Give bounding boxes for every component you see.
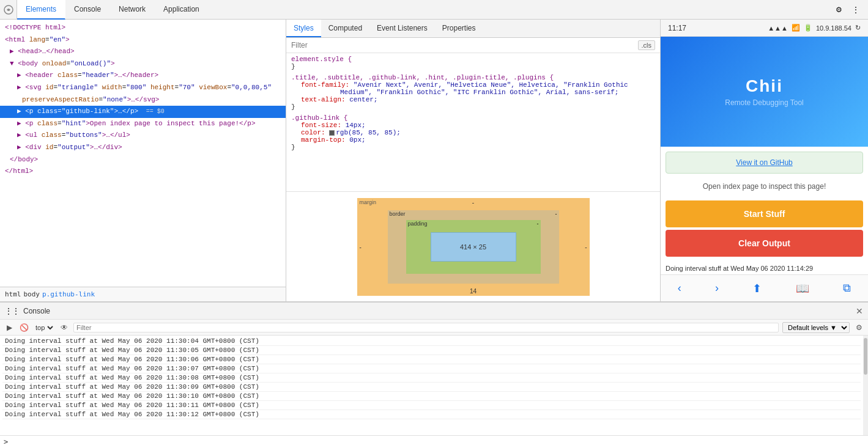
tab-event-listeners[interactable]: Event Listeners [369,20,435,37]
devtools-toolbar: Elements Console Network Application ⚙ ⋮ [0,0,868,20]
box-model: margin - 14 - - border - padding - 414 ×… [286,191,660,301]
console-gear-icon[interactable]: ⚙ [853,322,864,333]
battery-icon: 🔋 [804,24,812,32]
nav-forward-icon[interactable]: › [715,282,719,295]
color-swatch [329,130,335,136]
status-time: 11:17 [668,24,686,32]
elements-tree[interactable]: <!DOCTYPE html> <html lang="en"> ▶ <head… [0,20,286,287]
console-line: Doing interval stuff at Wed May 06 2020 … [2,364,861,373]
tab-console[interactable]: Console [65,0,110,20]
console-line: Doing interval stuff at Wed May 06 2020 … [2,346,861,355]
nav-bookmarks-icon[interactable]: 📖 [796,282,809,295]
github-link[interactable]: View it on GitHub [736,158,793,167]
styles-content: element.style { } .title, .subtitle, .gi… [286,53,660,191]
wifi-icon: 📶 [792,24,800,32]
start-stuff-button[interactable]: Start Stuff [666,200,863,227]
nav-share-icon[interactable]: ⬆ [752,282,762,295]
prompt-arrow: > [4,438,8,446]
tree-line[interactable]: ▶ <svg id="triangle" width="800" height=… [0,82,286,94]
console-panel: ⋮⋮ Console ✕ ▶ 🚫 top 👁 Default levels ▼ … [0,301,868,448]
filter-input[interactable] [291,41,638,50]
tree-line[interactable]: <!DOCTYPE html> [0,22,286,34]
elements-panel: <!DOCTYPE html> <html lang="en"> ▶ <head… [0,20,286,301]
console-line: Doing interval stuff at Wed May 06 2020 … [2,392,861,401]
chii-title: Chii [746,76,783,96]
console-scrollbar[interactable] [863,336,868,435]
tree-line[interactable]: ▶ <head>…</head> [0,46,286,58]
context-select[interactable]: top [33,323,55,332]
nav-tabs-icon[interactable]: ⧉ [843,282,851,295]
console-toolbar: ▶ 🚫 top 👁 Default levels ▼ ⚙ [0,320,868,336]
cls-button[interactable]: .cls [638,40,656,50]
console-line: Doing interval stuff at Wed May 06 2020 … [2,337,861,346]
devtools-logo [0,0,17,20]
phone-status-bar: 11:17 ▲▲▲ 📶 🔋 10.9.188.54 ↻ [661,20,868,37]
refresh-icon[interactable]: ↻ [855,24,861,32]
breadcrumb-item-html[interactable]: html [5,290,21,298]
tree-line[interactable]: <html lang="en"> [0,34,286,46]
clear-output-button[interactable]: Clear Output [666,230,863,257]
main-area: <!DOCTYPE html> <html lang="en"> ▶ <head… [0,20,868,301]
nav-back-icon[interactable]: ‹ [678,282,681,295]
tab-bar: Elements Console Network Application [17,0,209,20]
css-rule-title: .title, .subtitle, .github-link, .hint, … [291,74,655,111]
more-icon[interactable]: ⋮ [848,2,863,17]
console-output: Doing interval stuff at Wed May 06 2020 … [0,336,863,435]
tree-line[interactable]: </body> [0,154,286,166]
console-line: Doing interval stuff at Wed May 06 2020 … [2,401,861,410]
tree-line[interactable]: ▶ <ul class="buttons">…</ul> [0,130,286,142]
box-margin: margin - 14 - - border - padding - 414 ×… [357,198,590,296]
chii-header: Chii Remote Debugging Tool [661,37,868,147]
tab-properties[interactable]: Properties [435,20,483,37]
chii-subtitle: Remote Debugging Tool [725,98,804,107]
console-line: Doing interval stuff at Wed May 06 2020 … [2,355,861,364]
console-close-button[interactable]: ✕ [856,306,863,316]
console-drag-handle: ⋮⋮ [5,307,20,315]
tree-line[interactable]: ▶ <div id="output">…</div> [0,142,286,154]
tree-line-selected[interactable]: ▶ <p class="github-link">…</p> == $0 [0,106,286,118]
tab-elements[interactable]: Elements [17,0,65,20]
tab-network[interactable]: Network [110,0,155,20]
devtools-actions: ⚙ ⋮ [831,2,868,17]
eye-icon[interactable]: 👁 [59,322,70,333]
styles-tab-bar: Styles Computed Event Listeners Properti… [286,20,660,38]
tab-styles[interactable]: Styles [286,20,321,37]
phone-content: Chii Remote Debugging Tool View it on Gi… [661,37,868,274]
box-content: 414 × 25 [431,232,516,262]
tab-application[interactable]: Application [155,0,209,20]
phone-log-list: Doing interval stuff at Wed May 06 2020 … [661,259,868,274]
breadcrumb-item-body[interactable]: body [24,290,40,298]
chii-open-index-text: Open index page to inspect this page! [661,178,868,198]
phone-log-item: Doing interval stuff at Wed May 06 2020 … [666,264,863,274]
css-rule-github-link: .github-link { font-size: 14px; color: r… [291,114,655,151]
console-line: Doing interval stuff at Wed May 06 2020 … [2,373,861,383]
level-select[interactable]: Default levels ▼ [782,322,850,333]
tree-line[interactable]: ▼ <body onload="onLoad()"> [0,58,286,70]
status-ip: 10.9.188.54 [816,24,851,32]
console-filter-input[interactable] [73,323,779,332]
box-border: border - padding - 414 × 25 [388,210,559,284]
console-title: Console [23,307,50,315]
filter-bar: .cls [286,38,660,53]
tree-line[interactable]: ▶ <header class="header">…</header> [0,70,286,82]
tree-line[interactable]: preserveAspectRatio="none">…</svg> [0,94,286,106]
signal-icon: ▲▲▲ [768,24,788,32]
phone-nav-bar: ‹ › ⬆ 📖 ⧉ [661,274,868,301]
console-prompt-input[interactable] [12,438,864,446]
console-line: Doing interval stuff at Wed May 06 2020 … [2,383,861,392]
console-line: Doing interval stuff at Wed May 06 2020 … [2,410,861,419]
tree-line[interactable]: ▶ <p class="hint">Open index page to ins… [0,118,286,130]
breadcrumb: html body p.github-link [0,287,286,301]
settings-icon[interactable]: ⚙ [831,2,846,17]
no-entry-icon[interactable]: 🚫 [18,322,29,333]
css-rule-element-style: element.style { } [291,56,655,70]
breadcrumb-item-active[interactable]: p.github-link [42,290,95,298]
console-prompt: > [0,435,868,448]
styles-panel: Styles Computed Event Listeners Properti… [286,20,660,301]
phone-panel: 11:17 ▲▲▲ 📶 🔋 10.9.188.54 ↻ Chii Remote … [660,20,868,301]
tree-line[interactable]: </html> [0,166,286,178]
box-padding: padding - 414 × 25 [406,220,541,274]
chii-view-github[interactable]: View it on GitHub [666,152,863,174]
run-icon[interactable]: ▶ [4,322,15,333]
tab-computed[interactable]: Computed [321,20,369,37]
